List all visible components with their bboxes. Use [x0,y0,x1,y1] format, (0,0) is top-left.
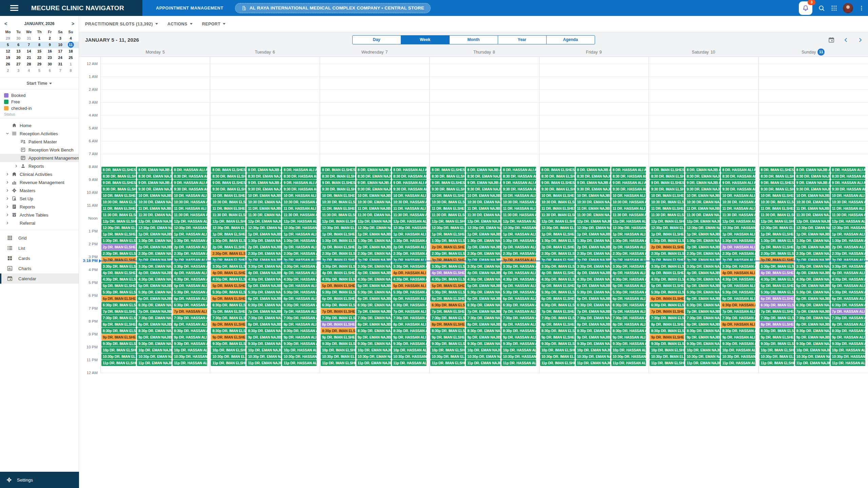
appointment-slot[interactable]: 11:30 DR. EMAN NAJIB AL [576,212,610,218]
appointment-slot[interactable]: 1:30p DR. HASSAN ALI AL [392,238,427,244]
appointment-slot[interactable]: 5p DR. EMAN NAJIB AL [137,283,172,289]
appointment-slot[interactable]: 2p DR. EMAN NAJIB AL [466,244,500,250]
appointment-slot[interactable]: 5p DR. HASSAN ALI AL [173,283,207,289]
appointment-slot[interactable]: 9:30 DR. EMAN NAJIB AL [137,186,172,192]
appointment-slot[interactable]: 11 DR. HASSAN ALI AL [501,205,536,211]
appointment-slot[interactable]: 10 DR. EMAN NAJIB AL [576,192,610,199]
appointment-slot[interactable]: 11p DR. HASSAN ALI AL [173,360,207,366]
appointment-slot[interactable]: 10:30 DR. EMAN NAJIB AL [466,199,500,205]
appointment-slot[interactable]: 12:30p DR. EMAN NAJIB AL [576,225,610,231]
appointment-slot[interactable]: 7p DR. IMAN ELSHESHT [321,308,355,314]
appointment-slot[interactable]: 4p DR. IMAN ELSHESHT [540,270,575,276]
appointment-slot[interactable]: 6p DR. IMAN ELSHESHT [540,296,575,302]
appointment-slot[interactable]: 7:30p DR. HASSAN ALI AL [501,315,536,321]
appointment-slot[interactable]: 10 DR. IMAN ELSHESHT [430,192,465,199]
appointment-slot[interactable]: 5:30p DR. EMAN NAJIB AL [246,289,281,295]
appointment-slot[interactable]: 12p DR. HASSAN ALI AL [392,218,427,224]
appointment-slot[interactable]: 2p DR. EMAN NAJIB AL [576,244,610,250]
appointment-slot[interactable]: 2:30p DR. IMAN ELSHESHT [430,250,465,257]
appointment-slot[interactable]: 6:30p DR. EMAN NAJIB AL [685,302,720,308]
appointment-slot[interactable]: 5p DR. IMAN ELSHESHT [211,283,245,289]
appointment-slot[interactable]: 12p DR. EMAN NAJIB AL [246,218,281,224]
appointment-slot[interactable]: 9:30p DR. EMAN NAJIB AL [137,341,172,347]
appointment-slot[interactable]: 2:30p DR. IMAN ELSHESHT [760,250,794,257]
appointment-slot[interactable]: 1p DR. EMAN NAJIB AL [246,231,281,237]
appointment-slot[interactable]: 10:30 DR. EMAN NAJIB AL [356,199,391,205]
appointment-slot[interactable]: 3:30p DR. EMAN NAJIB AL [685,263,720,269]
appointment-slot[interactable]: 5:30p DR. HASSAN ALI AL [282,289,317,295]
day-header-friday[interactable]: Friday9 [539,47,649,57]
sidebar-item-referral[interactable]: Referral [0,219,79,227]
appointment-slot[interactable]: 3p DR. HASSAN ALI AL [611,257,646,263]
sidebar-item-reports[interactable]: Reports [0,203,79,211]
appointment-slot[interactable]: 7:30p DR. IMAN ELSHESHT [321,315,355,321]
appointment-slot[interactable]: 7:30p DR. IMAN ELSHESHT [760,315,794,321]
appointment-slot[interactable]: 10 DR. IMAN ELSHESHT [101,192,136,199]
appointment-slot[interactable]: 10:30 DR. HASSAN ALI AL [611,199,646,205]
appointment-slot[interactable]: 6p DR. IMAN ELSHESHT [650,296,684,302]
appointment-slot[interactable]: 5p DR. IMAN ELSHESHT [101,283,136,289]
mini-calendar-day[interactable]: 4 [24,67,34,74]
appointment-slot[interactable]: 10:30 DR. IMAN ELSHESHT [760,199,794,205]
appointment-slot[interactable]: 5p DR. HASSAN ALI AL [501,283,536,289]
appointment-slot[interactable]: 12:30p DR. HASSAN ALI AL [501,225,536,231]
day-header-wednesday[interactable]: Wednesday7 [320,47,429,57]
appointment-slot[interactable]: 8:30p DR. IMAN ELSHESHT [430,328,465,334]
appointment-slot[interactable]: 12:30p DR. HASSAN ALI AL [173,225,207,231]
appointment-slot[interactable]: 12:30p DR. IMAN ELSHESHT [321,225,355,231]
appointment-slot[interactable]: 11 DR. IMAN ELSHESHT [760,205,794,211]
appointment-slot[interactable]: 2:30p DR. HASSAN ALI AL [721,250,755,257]
appointment-slot[interactable]: 8:30 DR. EMAN NAJIB AL [795,173,830,179]
appointment-slot[interactable]: 7:30p DR. IMAN ELSHESHT [211,315,245,321]
appointment-slot[interactable]: 10p DR. IMAN ELSHESHT [211,347,245,353]
user-avatar[interactable] [843,3,853,13]
appointment-slot[interactable]: 11:30 DR. IMAN ELSHESHT [760,212,794,218]
view-item-cards[interactable]: Cards [0,253,79,263]
appointment-slot[interactable]: 3p DR. EMAN NAJIB AL [246,257,281,263]
appointment-slot[interactable]: 2p DR. IMAN ELSHESHT [430,244,465,250]
appointment-slot[interactable]: 10p DR. IMAN ELSHESHT [540,347,575,353]
appointment-slot[interactable]: 4:30p DR. HASSAN ALI AL [831,276,865,282]
appointment-slot[interactable]: 2p DR. HASSAN ALI AL [392,244,427,250]
appointment-slot[interactable]: 8p DR. EMAN NAJIB AL [576,321,610,327]
appointment-slot[interactable]: 8 DR. EMAN NAJIB AL [137,167,172,173]
appointment-slot[interactable]: 4p DR. IMAN ELSHESHT [760,270,794,276]
appointment-slot[interactable]: 10p DR. HASSAN ALI AL [611,347,646,353]
appointment-slot[interactable]: 8:30p DR. EMAN NAJIB AL [246,328,281,334]
appointment-slot[interactable]: 11 DR. IMAN ELSHESHT [650,205,684,211]
mini-calendar-day[interactable]: 10 [55,42,65,48]
appointment-slot[interactable]: 4:30p DR. HASSAN ALI AL [173,276,207,282]
appointment-slot[interactable]: 10:30p DR. EMAN NAJIB AL [137,353,172,360]
appointment-slot[interactable]: 2:30p DR. HASSAN ALI AL [501,250,536,257]
appointment-slot[interactable]: 10:30p DR. EMAN NAJIB AL [685,353,720,360]
appointment-slot[interactable]: 5p DR. IMAN ELSHESHT [760,283,794,289]
appointment-slot[interactable]: 1p DR. IMAN ELSHESHT [430,231,465,237]
mini-calendar-day[interactable]: 1 [65,61,76,67]
appointment-slot[interactable]: 11 DR. EMAN NAJIB AL [685,205,720,211]
appointment-slot[interactable]: 7p DR. HASSAN ALI AL [721,308,755,314]
appointment-slot[interactable]: 3p DR. IMAN ELSHESHT [430,257,465,263]
sidebar-item-set-up[interactable]: Set Up [0,195,79,203]
appointment-slot[interactable]: 12:30p DR. HASSAN ALI AL [392,225,427,231]
appointment-slot[interactable]: 12p DR. HASSAN ALI AL [831,218,865,224]
mini-calendar-day[interactable]: 3 [13,67,24,74]
appointment-slot[interactable]: 8:30p DR. HASSAN ALI AL [501,328,536,334]
appointment-slot[interactable]: 3p DR. HASSAN ALI AL [501,257,536,263]
appointment-slot[interactable]: 12p DR. HASSAN ALI AL [721,218,755,224]
appointment-slot[interactable]: 8:30 DR. IMAN ELSHESHT [430,173,465,179]
appointment-slot[interactable]: 10p DR. EMAN NAJIB AL [356,347,391,353]
appointment-slot[interactable]: 10:30 DR. EMAN NAJIB AL [795,199,830,205]
appointment-slot[interactable]: 1p DR. EMAN NAJIB AL [356,231,391,237]
appointment-slot[interactable]: 4p DR. HASSAN ALI AL [173,270,207,276]
appointment-slot[interactable]: 2p DR. EMAN NAJIB AL [246,244,281,250]
appointment-slot[interactable]: 12:30p DR. IMAN ELSHESHT [760,225,794,231]
appointment-slot[interactable]: 7p DR. EMAN NAJIB AL [137,308,172,314]
appointment-slot[interactable]: 3:30p DR. IMAN ELSHESHT [101,263,136,269]
appointment-slot[interactable]: 2:30p DR. HASSAN ALI AL [831,250,865,257]
appointment-slot[interactable]: 8:30 DR. HASSAN ALI AL [392,173,427,179]
appointment-slot[interactable]: 5:30p DR. EMAN NAJIB AL [685,289,720,295]
appointment-slot[interactable]: 12p DR. IMAN ELSHESHT [321,218,355,224]
appointment-slot[interactable]: 11:30 DR. HASSAN ALI AL [611,212,646,218]
appointment-slot[interactable]: 4:30p DR. IMAN ELSHESHT [211,276,245,282]
appointment-slot[interactable]: 11 DR. EMAN NAJIB AL [466,205,500,211]
